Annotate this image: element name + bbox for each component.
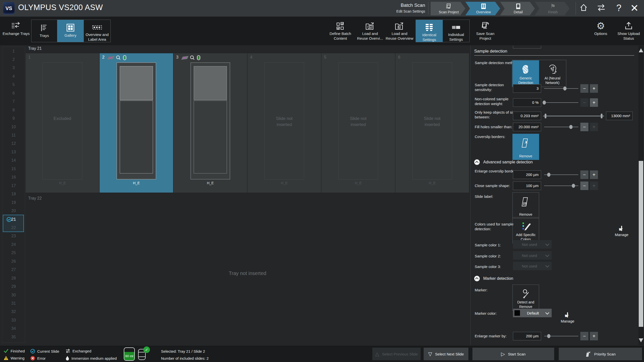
sidebar-tray-8[interactable]: 8 bbox=[2, 106, 25, 114]
sample-color-2-dropdown[interactable]: Not used bbox=[513, 251, 552, 260]
sidebar-tray-30[interactable]: 30 bbox=[2, 291, 25, 299]
sidebar-tray-23[interactable]: 23 bbox=[2, 232, 25, 240]
ai-neural-network-button[interactable]: AI (Neural Network) bbox=[539, 60, 566, 86]
sidebar-tray-31[interactable]: 31 bbox=[2, 299, 25, 308]
exchange-icon[interactable] bbox=[596, 3, 608, 13]
enlarge-marker-plus-button[interactable] bbox=[590, 332, 598, 340]
marker-color-dropdown[interactable]: Default bbox=[513, 309, 552, 317]
sample-color-1-dropdown[interactable]: Not used bbox=[513, 240, 552, 249]
enlarge-coverslip-input[interactable]: 200 µm bbox=[513, 170, 541, 179]
marker-section-toggle[interactable]: Marker detection bbox=[474, 276, 513, 281]
fill-holes-slider[interactable] bbox=[544, 123, 578, 131]
sidebar-tray-10[interactable]: 10 bbox=[2, 123, 25, 131]
sidebar-tray-29[interactable]: 29 bbox=[2, 283, 25, 291]
enlarge-coverslip-slider[interactable] bbox=[544, 170, 578, 179]
sidebar-tray-34[interactable]: 34 bbox=[2, 325, 25, 333]
coverslip-remove-button[interactable]: Remove bbox=[512, 134, 539, 160]
slider-thumb[interactable] bbox=[547, 173, 550, 177]
slider-thumb[interactable] bbox=[572, 184, 575, 188]
noncolored-weight-slider[interactable] bbox=[544, 98, 578, 107]
enlarge-marker-slider[interactable] bbox=[544, 332, 578, 340]
sidebar-tray-4[interactable]: 4 bbox=[2, 72, 25, 80]
show-upload-status-button[interactable]: Show Upload Status bbox=[615, 18, 642, 43]
noncolored-plus-button[interactable] bbox=[590, 98, 598, 107]
fill-holes-plus-button[interactable] bbox=[590, 123, 598, 131]
manage-marker-colors-button[interactable]: Manage bbox=[557, 313, 578, 323]
slider-thumb[interactable] bbox=[563, 86, 567, 90]
sidebar-tray-35[interactable]: 35 bbox=[2, 333, 25, 341]
slide-label-remove-button[interactable]: Remove bbox=[512, 192, 539, 218]
scrollbar-thumb[interactable] bbox=[639, 161, 643, 327]
close-shape-input[interactable]: 100 µm bbox=[513, 182, 541, 190]
close-shape-plus-button[interactable] bbox=[590, 182, 598, 190]
slide-cell-3[interactable]: 3H_E bbox=[174, 53, 248, 193]
sidebar-tray-3[interactable]: 3 bbox=[2, 64, 25, 72]
sidebar-tray-32[interactable]: 32 bbox=[2, 308, 25, 316]
scroll-down-arrow[interactable] bbox=[639, 338, 643, 342]
enlarge-marker-input[interactable]: 200 µm bbox=[513, 332, 541, 340]
sidebar-tray-19[interactable]: 19 bbox=[2, 198, 25, 207]
panel-scrollbar[interactable] bbox=[638, 46, 643, 345]
slider-thumb[interactable] bbox=[569, 125, 573, 129]
priority-scan-button[interactable]: Priority Scan bbox=[559, 348, 642, 360]
sample-color-3-dropdown[interactable]: Not used bbox=[513, 262, 552, 270]
slide-cell-4[interactable]: 4Slide not insertedH_E bbox=[248, 53, 321, 193]
options-button[interactable]: ⚙ Options bbox=[589, 18, 613, 43]
range-min-handle[interactable] bbox=[545, 114, 546, 118]
sidebar-tray-15[interactable]: 15 bbox=[2, 165, 25, 173]
step-scan-project[interactable]: Scan Project bbox=[431, 2, 465, 15]
noncolored-weight-input[interactable]: 0 % bbox=[513, 98, 541, 107]
sidebar-tray-7[interactable]: 7 bbox=[2, 98, 25, 106]
start-scan-button[interactable]: ▷ Start Scan bbox=[472, 348, 554, 360]
slide-cell-5[interactable]: 5Slide not insertedH_E bbox=[321, 53, 395, 193]
help-icon[interactable]: ? bbox=[613, 3, 625, 14]
close-icon[interactable]: ✕ bbox=[628, 3, 640, 14]
max-size-input[interactable]: 13000 mm² bbox=[606, 112, 633, 120]
sidebar-tray-28[interactable]: 28 bbox=[2, 274, 25, 282]
magnifier-icon[interactable] bbox=[116, 55, 121, 60]
close-shape-minus-button[interactable] bbox=[580, 182, 588, 190]
sensitivity-plus-button[interactable] bbox=[590, 84, 598, 93]
sidebar-tray-13[interactable]: 13 bbox=[2, 148, 25, 156]
sidebar-tray-11[interactable]: 11 bbox=[2, 131, 25, 140]
sensitivity-slider[interactable] bbox=[544, 84, 578, 93]
scroll-up-arrow[interactable] bbox=[639, 48, 643, 52]
sidebar-tray-26[interactable]: 26 bbox=[2, 257, 25, 265]
individual-settings-button[interactable]: Individual Settings bbox=[443, 20, 469, 42]
sidebar-tray-27[interactable]: 27 bbox=[2, 266, 25, 274]
magnifier-icon[interactable] bbox=[190, 55, 195, 60]
exchange-trays-button[interactable]: Exchange Trays bbox=[2, 18, 31, 43]
sidebar-tray-20[interactable]: 20 bbox=[2, 207, 25, 215]
sidebar-tray-33[interactable]: 33 bbox=[2, 316, 25, 324]
fill-holes-input[interactable]: 20.000 mm² bbox=[513, 123, 541, 131]
define-batch-content-button[interactable]: Define Batch Content bbox=[327, 18, 354, 43]
select-next-slide-button[interactable]: ▽ Select Next Slide bbox=[424, 348, 468, 360]
add-specific-colors-button[interactable]: Add Specific Colors bbox=[512, 217, 539, 243]
sidebar-tray-25[interactable]: 25 bbox=[2, 249, 25, 257]
slide-cell-6[interactable]: 6Slide not insertedH_E bbox=[395, 53, 469, 193]
slider-thumb[interactable] bbox=[547, 334, 550, 338]
sidebar-tray-12[interactable]: 12 bbox=[2, 140, 25, 148]
advanced-section-toggle[interactable]: Advanced sample detection bbox=[474, 159, 533, 165]
slider-thumb[interactable] bbox=[543, 101, 546, 105]
sidebar-tray-22[interactable]: 22 bbox=[2, 223, 25, 232]
manage-colors-button[interactable]: Manage bbox=[612, 226, 632, 237]
sidebar-tray-21[interactable]: 21 bbox=[2, 215, 25, 223]
sidebar-tray-17[interactable]: 17 bbox=[2, 182, 25, 190]
fill-holes-minus-button[interactable] bbox=[580, 123, 588, 131]
enlarge-coverslip-plus-button[interactable] bbox=[590, 170, 598, 179]
sidebar-tray-24[interactable]: 24 bbox=[2, 240, 25, 249]
sidebar-tray-2[interactable]: 2 bbox=[2, 55, 25, 64]
step-detail[interactable]: Detail bbox=[500, 2, 535, 15]
sidebar-tray-5[interactable]: 5 bbox=[2, 81, 25, 89]
slide-cell-2[interactable]: 2H_E bbox=[100, 53, 174, 193]
size-range-slider[interactable] bbox=[543, 112, 604, 120]
trays-view-button[interactable]: Trays bbox=[32, 20, 57, 42]
home-icon[interactable] bbox=[579, 3, 591, 13]
identical-settings-button[interactable]: Identical Settings bbox=[416, 20, 443, 42]
sidebar-tray-9[interactable]: 9 bbox=[2, 114, 25, 123]
sidebar-tray-1[interactable]: 1 bbox=[2, 47, 25, 55]
sensitivity-input[interactable]: 3 bbox=[513, 84, 541, 93]
slide-cell-1[interactable]: 1ExcludedH_E bbox=[26, 53, 100, 193]
load-reuse-overview-2-button[interactable]: Load and Reuse Overview bbox=[385, 18, 414, 43]
